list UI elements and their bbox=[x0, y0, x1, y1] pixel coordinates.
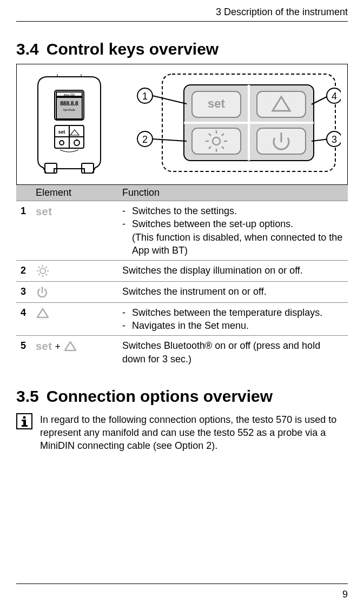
page-number: 9 bbox=[342, 589, 348, 600]
table-head-element: Element bbox=[31, 185, 118, 201]
svg-text:hpa Mode: hpa Mode bbox=[63, 108, 75, 111]
chapter-header: 3 Description of the instrument bbox=[16, 0, 348, 22]
element-cell: set bbox=[31, 201, 118, 261]
svg-text:set: set bbox=[58, 129, 65, 135]
table-head-blank bbox=[16, 185, 31, 201]
device-outline-illustration: testo 552 888.8.8 hpa Mode set bbox=[23, 74, 115, 180]
callout-3: 3 bbox=[332, 134, 337, 145]
function-cell: Switches between the temperature display… bbox=[118, 302, 348, 336]
function-cell: Switches Bluetooth® on or off (press and… bbox=[118, 336, 348, 369]
table-row: 1 set Switches to the settings. Switches… bbox=[16, 201, 348, 261]
section-3-5-heading: 3.5 Connection options overview bbox=[16, 387, 348, 406]
table-row: 5 set + Switches Bluetooth® on or off (p… bbox=[16, 336, 348, 369]
triangle-icon bbox=[63, 340, 77, 352]
table-row: 4 Switches between the temperature displ… bbox=[16, 302, 348, 336]
svg-line-50 bbox=[38, 267, 40, 268]
function-item: Switches between the temperature display… bbox=[122, 306, 343, 319]
function-item: Navigates in the Set menu. bbox=[122, 319, 343, 332]
function-item: Switches to the settings. bbox=[122, 204, 343, 217]
section-number: 3.4 bbox=[16, 40, 39, 58]
footer-rule bbox=[16, 584, 348, 584]
function-cell: Switches the display illumination on or … bbox=[118, 261, 348, 282]
callout-2: 2 bbox=[142, 134, 148, 145]
set-icon: set bbox=[36, 340, 52, 352]
info-text: In regard to the following connection op… bbox=[40, 413, 348, 453]
set-icon: set bbox=[36, 205, 52, 217]
svg-line-51 bbox=[46, 274, 48, 276]
element-cell bbox=[31, 282, 118, 302]
callout-1: 1 bbox=[142, 91, 148, 102]
function-note: (This function is disabled, when connect… bbox=[122, 231, 343, 257]
table-row: 3 Switches the instrument on or off. bbox=[16, 282, 348, 302]
svg-rect-59 bbox=[22, 425, 28, 427]
info-icon bbox=[16, 413, 32, 453]
row-number: 1 bbox=[16, 201, 31, 261]
page: 3 Description of the instrument 3.4 Cont… bbox=[0, 0, 364, 610]
power-icon bbox=[36, 286, 49, 299]
keypad-illustration: set bbox=[124, 69, 341, 180]
svg-text:testo 552: testo 552 bbox=[64, 93, 75, 96]
row-number: 2 bbox=[16, 261, 31, 282]
section-number: 3.5 bbox=[16, 387, 39, 406]
row-number: 4 bbox=[16, 302, 31, 336]
section-3-4-heading: 3.4 Control keys overview bbox=[16, 40, 348, 58]
function-cell: Switches to the settings. Switches betwe… bbox=[118, 201, 348, 261]
svg-point-45 bbox=[40, 268, 45, 274]
svg-point-10 bbox=[59, 141, 64, 145]
callout-4: 4 bbox=[332, 91, 337, 102]
control-keys-table: Element Function 1 set Switches to the s… bbox=[16, 185, 348, 369]
function-item: Switches between the set-up options. bbox=[122, 217, 343, 230]
row-number: 5 bbox=[16, 336, 31, 369]
svg-text:888.8.8: 888.8.8 bbox=[60, 101, 78, 107]
svg-line-53 bbox=[46, 267, 48, 268]
svg-line-52 bbox=[38, 274, 40, 276]
info-note: In regard to the following connection op… bbox=[16, 413, 348, 453]
table-row: 2 Switches the display illumination on o… bbox=[16, 261, 348, 282]
svg-text:set: set bbox=[208, 97, 225, 110]
function-cell: Switches the instrument on or off. bbox=[118, 282, 348, 302]
svg-point-56 bbox=[23, 416, 26, 419]
triangle-icon bbox=[36, 307, 50, 319]
table-head-function: Function bbox=[118, 185, 348, 201]
element-cell: set + bbox=[31, 336, 118, 369]
control-keys-figure: testo 552 888.8.8 hpa Mode set bbox=[16, 64, 348, 185]
element-cell bbox=[31, 261, 118, 282]
row-number: 3 bbox=[16, 282, 31, 302]
section-title: Connection options overview bbox=[47, 387, 273, 406]
brightness-icon bbox=[36, 264, 50, 278]
plus-text: + bbox=[52, 341, 63, 352]
svg-line-37 bbox=[153, 96, 187, 104]
svg-line-39 bbox=[153, 139, 187, 141]
section-title: Control keys overview bbox=[47, 40, 219, 58]
element-cell bbox=[31, 302, 118, 336]
